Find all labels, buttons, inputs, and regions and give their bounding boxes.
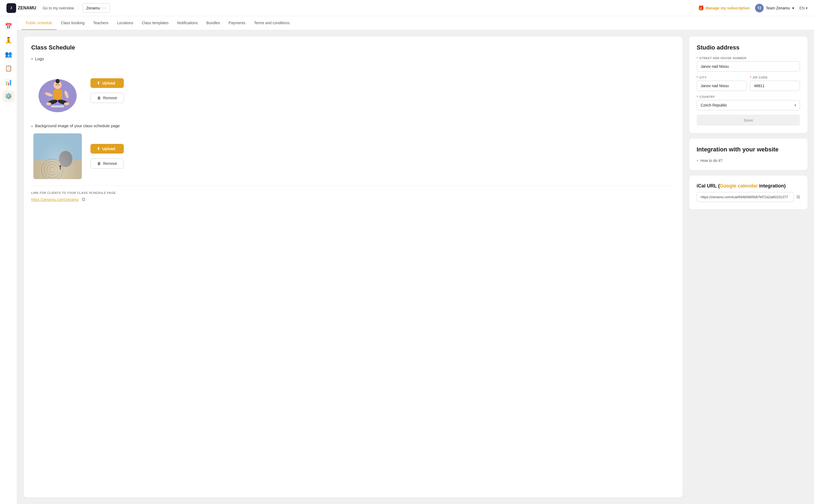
logo-upload-button[interactable]: ⬆ Upload (90, 78, 124, 88)
integration-title: Integration with your website (697, 146, 800, 153)
tab-notifications[interactable]: Notifications (173, 16, 202, 30)
tab-terms[interactable]: Terms and conditions (250, 16, 294, 30)
city-zip-row: * CITY * ZIP CODE (697, 76, 800, 91)
how-to-row[interactable]: ▾ How to do it? (697, 158, 800, 163)
card-title: Class Schedule (31, 44, 675, 51)
svg-rect-10 (51, 105, 64, 108)
sidebar-item-classes[interactable]: 🧘 (3, 34, 15, 46)
link-section: LINK FOR CLIENTS TO YOUR CLASS SCHEDULE … (31, 186, 675, 202)
sidebar-item-calendar[interactable]: 📅 (3, 20, 15, 32)
svg-point-3 (55, 79, 59, 84)
zip-form-group: * ZIP CODE (750, 76, 800, 91)
svg-point-17 (49, 167, 55, 172)
ical-title-highlight: Google calendar (720, 183, 758, 189)
team-avatar: TZ (755, 4, 764, 12)
topbar: Z ZENAMU Go to my overview Zenamu ··· 🎁 … (0, 0, 814, 16)
street-input[interactable] (697, 61, 800, 72)
sidebar-item-analytics[interactable]: 📊 (3, 76, 15, 88)
logo: Z ZENAMU (6, 3, 36, 13)
bg-section-label: Background image of your class schedule … (35, 123, 120, 128)
zip-required: * (750, 76, 751, 79)
save-button: Save (697, 115, 800, 126)
logo-section-label: Logo (35, 56, 44, 61)
logo-chevron-icon: ▾ (31, 57, 33, 61)
upload-icon-2: ⬆ (97, 147, 100, 151)
svg-rect-11 (33, 133, 82, 160)
manage-sub-label: Manage my subscription (706, 6, 750, 10)
logo-preview-area: ⬆ Upload 🗑 Remove (31, 66, 675, 115)
ical-card: iCal URL (Google calendar integration) ⧉ (689, 176, 808, 210)
sidebar-item-settings[interactable]: ⚙️ (3, 90, 15, 102)
upload-icon: ⬆ (97, 81, 100, 85)
logo-remove-button[interactable]: 🗑 Remove (90, 93, 124, 103)
tab-bundles[interactable]: Bundles (202, 16, 225, 30)
city-label: * CITY (697, 76, 747, 79)
country-form-group: * COUNTRY Czech Republic Slovakia German… (697, 95, 800, 110)
divider (78, 5, 78, 11)
logo-text: ZENAMU (18, 6, 36, 10)
schedule-url-link[interactable]: https://zenamu.com/zenamu (31, 197, 79, 202)
tab-class-templates[interactable]: Class templates (137, 16, 173, 30)
tab-locations[interactable]: Locations (113, 16, 137, 30)
city-input[interactable] (697, 81, 747, 91)
studio-address-card: Studio address * STREET AND HOUSE NUMBER… (689, 37, 808, 133)
tab-teachers[interactable]: Teachers (89, 16, 113, 30)
ical-url-row: ⧉ (697, 192, 800, 202)
main-content: Class Schedule ▾ Logo (17, 30, 814, 504)
tab-payments[interactable]: Payments (224, 16, 250, 30)
bg-chevron-icon: ▴ (31, 124, 33, 128)
country-select-wrapper: Czech Republic Slovakia Germany Austria (697, 100, 800, 110)
country-required: * (697, 95, 698, 98)
bg-upload-button[interactable]: ⬆ Upload (90, 144, 124, 154)
logo-btn-actions: ⬆ Upload 🗑 Remove (90, 78, 124, 103)
bg-image-preview (33, 133, 82, 179)
copy-ical-icon[interactable]: ⧉ (797, 194, 800, 200)
chevron-down-icon: ▾ (792, 6, 794, 10)
how-to-label: How to do it? (700, 158, 723, 163)
sidebar-item-reports[interactable]: 📋 (3, 62, 15, 74)
team-name: Team Zenamu (766, 6, 790, 10)
integration-card: Integration with your website ▾ How to d… (689, 139, 808, 170)
go-overview-link[interactable]: Go to my overview (42, 6, 74, 10)
tab-class-booking[interactable]: Class booking (56, 16, 89, 30)
integration-chevron-icon: ▾ (697, 159, 698, 162)
city-form-group: * CITY (697, 76, 747, 91)
zip-input[interactable] (750, 81, 800, 91)
sidebar: 📅 🧘 👥 📋 📊 ⚙️ (0, 16, 17, 504)
workspace-button[interactable]: Zenamu ··· (83, 3, 109, 13)
logo-box: Z (6, 3, 16, 13)
svg-point-9 (64, 102, 69, 105)
street-form-group: * STREET AND HOUSE NUMBER (697, 56, 800, 72)
country-label: * COUNTRY (697, 95, 800, 98)
language-selector[interactable]: EN ▾ (799, 6, 808, 10)
bg-btn-actions: ⬆ Upload 🗑 Remove (90, 144, 124, 169)
street-label: * STREET AND HOUSE NUMBER (697, 56, 800, 60)
svg-point-14 (41, 159, 63, 179)
workspace-dots-icon[interactable]: ··· (102, 5, 106, 11)
svg-point-16 (47, 164, 58, 175)
bg-section-header[interactable]: ▴ Background image of your class schedul… (31, 123, 675, 128)
svg-point-18 (59, 165, 61, 167)
lang-label: EN (799, 6, 805, 10)
tab-public-schedule[interactable]: Public schedule (22, 16, 56, 30)
ical-url-input[interactable] (697, 192, 794, 202)
trash-icon-2: 🗑 (97, 161, 101, 166)
manage-subscription-link[interactable]: 🎁 Manage my subscription (698, 5, 750, 11)
gift-icon: 🎁 (698, 5, 704, 11)
country-select[interactable]: Czech Republic Slovakia Germany Austria (697, 100, 800, 110)
ical-title: iCal URL (Google calendar integration) (697, 183, 800, 189)
ical-title-suffix: integration) (758, 183, 786, 189)
link-section-label: LINK FOR CLIENTS TO YOUR CLASS SCHEDULE … (31, 191, 675, 194)
right-column: Studio address * STREET AND HOUSE NUMBER… (689, 37, 808, 498)
city-required: * (697, 76, 698, 79)
bg-remove-button[interactable]: 🗑 Remove (90, 158, 124, 169)
bg-preview-area: ⬆ Upload 🗑 Remove (31, 133, 675, 179)
copy-url-icon[interactable]: ⧉ (82, 197, 85, 202)
nav-tabs-bar: Public schedule Class booking Teachers L… (17, 16, 814, 30)
logo-section-header[interactable]: ▾ Logo (31, 56, 675, 61)
svg-point-8 (46, 102, 51, 105)
svg-rect-19 (60, 167, 61, 169)
team-menu-button[interactable]: TZ Team Zenamu ▾ (755, 4, 794, 12)
sidebar-item-clients[interactable]: 👥 (3, 48, 15, 60)
bg-section: ▴ Background image of your class schedul… (31, 123, 675, 179)
